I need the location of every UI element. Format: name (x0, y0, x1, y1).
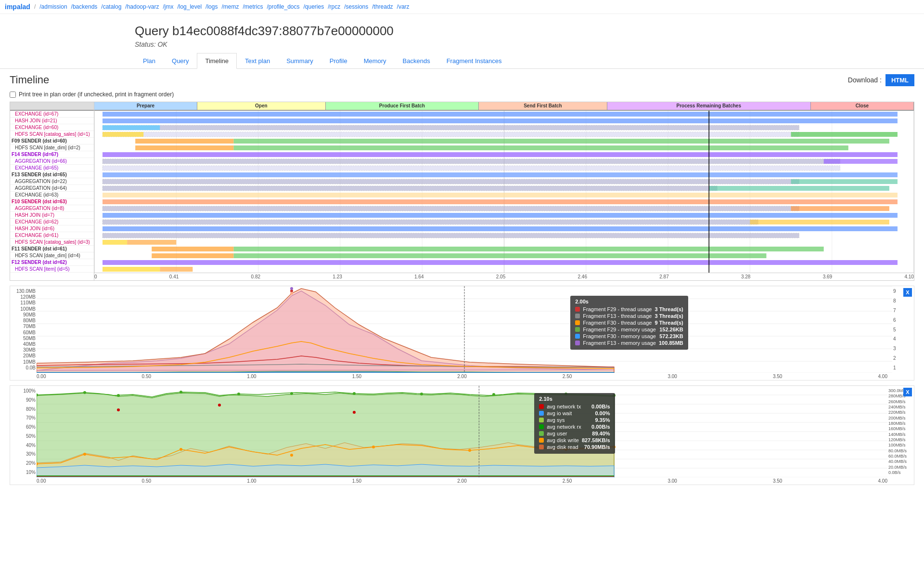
tab-timeline[interactable]: Timeline (197, 53, 237, 69)
r-2: 2 (893, 355, 913, 361)
nav-separator: / (34, 3, 36, 10)
nav-backends[interactable]: /backends (71, 3, 98, 10)
cpu-tooltip-value-4: 89.40% (592, 431, 610, 436)
nav-memz[interactable]: /memz (221, 3, 239, 10)
memory-chart-close[interactable]: X (903, 288, 912, 297)
gantt-label-header (10, 102, 94, 111)
gantt-label-22: F12 SENDER (dst id=62) (10, 259, 94, 266)
y-20: 20MB (11, 353, 36, 358)
cpu-tooltip-label-3: avg network rx (547, 424, 589, 430)
svg-rect-19 (234, 139, 889, 144)
gantt-container: EXCHANGE (id=67) HASH JOIN (id=21) EXCHA… (10, 102, 914, 281)
tab-memory[interactable]: Memory (356, 53, 395, 68)
nav-sessions[interactable]: /sessions (344, 3, 368, 10)
tab-text-plan[interactable]: Text plan (237, 53, 278, 68)
brand-logo[interactable]: impalad (5, 3, 30, 11)
gantt-label-20: F11 SENDER (dst id=61) (10, 246, 94, 252)
svg-marker-79 (37, 464, 614, 477)
svg-rect-41 (127, 240, 176, 245)
svg-rect-16 (103, 132, 143, 137)
svg-rect-40 (103, 240, 127, 245)
svg-rect-45 (234, 253, 767, 258)
gantt-label-3: HDFS SCAN [catalog_sales] (id=1) (10, 131, 94, 138)
r-6: 6 (893, 317, 913, 323)
y-30: 30MB (11, 347, 36, 353)
cpu-x-axis: 0.00 0.50 1.00 1.50 2.00 2.50 3.00 3.50 … (10, 477, 914, 485)
cpu-chart-section: X 2.10s avg network tx 0.00B/s avg io wa… (10, 385, 914, 485)
r-5: 5 (893, 327, 913, 332)
cpu-right-axis: 300.0MB/s 280MB/s 260MB/s 240MB/s 220MB/… (887, 386, 914, 477)
axis-164: 1.64 (414, 274, 424, 279)
nav-admission[interactable]: /admission (39, 3, 67, 10)
cpu-tooltip-label-4: avg user (547, 431, 589, 436)
nav-varz[interactable]: /varz (397, 3, 410, 10)
gantt-label-11: AGGREGATION (id=64) (10, 185, 94, 192)
timeline-title: Timeline (10, 74, 49, 86)
memory-y-axis: 130.0MB 120MB 110MB 100MB 90MB 80MB 70MB… (10, 286, 37, 373)
cpu-y-axis: 100% 90% 80% 70% 60% 50% 40% 30% 20% 10% (10, 386, 37, 477)
memory-right-axis: 9 8 7 6 5 4 3 2 1 (892, 286, 914, 373)
nav-log-level[interactable]: /log_level (177, 3, 202, 10)
nav-rpcz[interactable]: /rpcz (328, 3, 340, 10)
cpu-tooltip-dot-0 (539, 404, 544, 409)
tooltip-value-3: 152.26KB (659, 327, 683, 332)
download-label: Download : (848, 76, 882, 84)
memory-x-axis: 0.00 0.50 1.00 1.50 2.00 2.50 3.00 3.50 … (10, 373, 914, 380)
svg-rect-18 (135, 139, 233, 144)
nav-logs[interactable]: /logs (205, 3, 218, 10)
svg-rect-46 (103, 260, 898, 265)
cpu-chart-close[interactable]: X (903, 388, 912, 396)
r-3: 3 (893, 346, 913, 351)
gantt-label-8: EXCHANGE (id=65) (10, 165, 94, 171)
y-100: 100MB (11, 306, 36, 312)
nav-metrics[interactable]: /metrics (243, 3, 263, 10)
nav-profile-docs[interactable]: /profile_docs (267, 3, 299, 10)
axis-287: 2.87 (659, 274, 668, 279)
svg-point-93 (353, 411, 356, 414)
query-title: Query b14ec0088f4dc397:88077b7e00000000 (135, 24, 789, 39)
nav-jmx[interactable]: /jmx (163, 3, 173, 10)
cpu-tooltip-dot-1 (539, 411, 544, 416)
svg-point-96 (83, 453, 86, 456)
y-90: 90MB (11, 312, 36, 317)
gantt-label-15: HASH JOIN (id=7) (10, 212, 94, 219)
tab-query[interactable]: Query (164, 53, 197, 68)
gantt-label-7: AGGREGATION (id=66) (10, 158, 94, 165)
cpu-tooltip-time: 2.10s (539, 396, 610, 402)
memory-chart-area (37, 286, 892, 373)
nav-threadz[interactable]: /threadz (372, 3, 393, 10)
nav-queries[interactable]: /queries (304, 3, 324, 10)
download-html-button[interactable]: HTML (886, 74, 914, 86)
cpu-tooltip-row-6: avg disk read 70.90MB/s (539, 444, 610, 450)
tab-fragment-instances[interactable]: Fragment Instances (438, 53, 510, 68)
svg-point-84 (237, 393, 240, 395)
memory-chart-wrapper: 130.0MB 120MB 110MB 100MB 90MB 80MB 70MB… (10, 286, 914, 373)
svg-rect-36 (103, 220, 758, 224)
plan-order-checkbox[interactable] (10, 92, 16, 98)
tab-profile[interactable]: Profile (321, 53, 356, 68)
svg-point-86 (353, 392, 356, 395)
cpu-tooltip-row-0: avg network tx 0.00B/s (539, 404, 610, 409)
tab-summary[interactable]: Summary (278, 53, 321, 68)
nav-catalog[interactable]: /catalog (101, 3, 121, 10)
tab-plan[interactable]: Plan (135, 53, 164, 68)
cpu-tooltip-value-2: 9.35% (595, 417, 610, 423)
cpu-tooltip-label-6: avg disk read (547, 444, 581, 450)
nav-hadoop-varz[interactable]: /hadoop-varz (125, 3, 159, 10)
tooltip-value-4: 572.23KB (659, 333, 683, 339)
gantt-svg (94, 111, 914, 273)
status-value: OK (157, 40, 167, 48)
tooltip-dot-5 (575, 341, 580, 345)
memory-tooltip: 2.00s Fragment F29 - thread usage 3 Thre… (570, 296, 688, 350)
svg-rect-17 (791, 132, 898, 137)
tab-backends[interactable]: Backends (395, 53, 438, 68)
svg-rect-11 (103, 112, 898, 117)
svg-point-98 (290, 454, 293, 457)
cpu-tooltip: 2.10s avg network tx 0.00B/s avg io wait… (534, 393, 615, 454)
cpu-tooltip-value-3: 0.00B/s (591, 424, 610, 430)
cpu-tooltip-label-1: avg io wait (547, 410, 592, 416)
cpu-tooltip-value-1: 0.00% (595, 410, 610, 416)
gantt-labels: EXCHANGE (id=67) HASH JOIN (id=21) EXCHA… (10, 102, 94, 281)
svg-point-83 (180, 391, 182, 394)
phase-close: Close (811, 102, 914, 110)
